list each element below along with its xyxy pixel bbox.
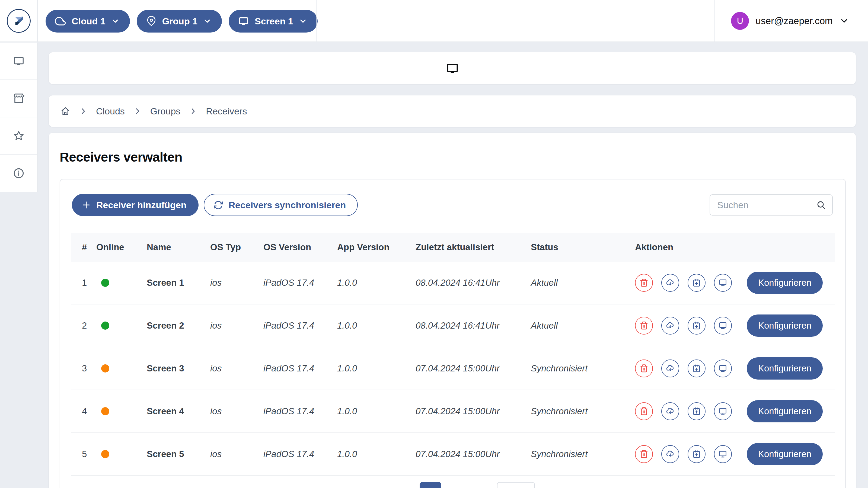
- chevron-right-icon: [79, 107, 87, 115]
- chevron-down-icon: [839, 16, 849, 26]
- monitor-icon: [446, 62, 459, 75]
- screen-view-button[interactable]: [714, 317, 732, 334]
- schedule-button[interactable]: [688, 445, 706, 463]
- cloud-download-button[interactable]: [661, 359, 679, 378]
- status-text: Aktuell: [531, 321, 616, 331]
- pagination-current-page[interactable]: [420, 482, 441, 488]
- chevron-down-icon: [111, 17, 120, 26]
- star-icon: [12, 130, 25, 142]
- app-version: 1.0.0: [337, 363, 415, 373]
- cloud-download-button[interactable]: [661, 274, 679, 292]
- calendar-plus-icon: [692, 278, 701, 287]
- user-email: user@zaeper.com: [755, 15, 833, 26]
- cloud-download-icon: [665, 321, 675, 330]
- header-updated: Zuletzt aktualisiert: [415, 242, 531, 252]
- sidebar-item-info[interactable]: [0, 155, 37, 192]
- table-row: 5 Screen 5 ios iPadOS 17.4 1.0.0 07.04.2…: [71, 433, 835, 476]
- home-icon[interactable]: [60, 106, 70, 116]
- pagination-next-button[interactable]: [497, 482, 535, 488]
- configure-button[interactable]: Konfigurieren: [747, 443, 823, 465]
- cloud-selector-label: Cloud 1: [72, 16, 105, 27]
- os-type: ios: [210, 321, 264, 331]
- sync-receivers-button[interactable]: Receivers synchronisieren: [204, 194, 358, 216]
- sync-icon: [214, 200, 223, 210]
- receiver-name: Screen 1: [147, 278, 210, 288]
- delete-button[interactable]: [635, 445, 653, 463]
- monitor-icon: [718, 407, 727, 416]
- search-icon: [816, 200, 826, 210]
- screen-preview-card[interactable]: [49, 52, 856, 84]
- cloud-download-icon: [665, 364, 675, 373]
- trash-icon: [639, 364, 649, 373]
- trash-icon: [639, 407, 649, 416]
- delete-button[interactable]: [635, 274, 653, 292]
- online-cell: [96, 279, 147, 287]
- sync-receivers-label: Receivers synchronisieren: [229, 200, 346, 210]
- app-version: 1.0.0: [337, 406, 415, 416]
- cloud-selector[interactable]: Cloud 1: [45, 10, 130, 33]
- user-menu[interactable]: U user@zaeper.com: [714, 0, 868, 41]
- delete-button[interactable]: [635, 317, 653, 334]
- table-header-row: # Online Name OS Typ OS Version App Vers…: [71, 233, 835, 262]
- trash-icon: [639, 278, 649, 287]
- schedule-button[interactable]: [688, 317, 706, 334]
- online-cell: [96, 364, 147, 372]
- screen-view-button[interactable]: [714, 445, 732, 463]
- screen-selector[interactable]: Screen 1: [229, 10, 318, 33]
- search-input[interactable]: [710, 194, 833, 216]
- calendar-plus-icon: [692, 450, 701, 459]
- delete-button[interactable]: [635, 402, 653, 420]
- cloud-download-icon: [665, 278, 675, 287]
- cloud-download-button[interactable]: [661, 445, 679, 463]
- sidebar-item-store[interactable]: [0, 80, 37, 118]
- os-version: iPadOS 17.4: [264, 406, 337, 416]
- cloud-download-button[interactable]: [661, 317, 679, 334]
- sidebar-item-screens[interactable]: [0, 42, 37, 80]
- store-icon: [12, 92, 25, 105]
- add-receiver-button[interactable]: Receiver hinzufügen: [72, 194, 198, 216]
- breadcrumb-receivers[interactable]: Receivers: [206, 106, 247, 117]
- calendar-plus-icon: [692, 364, 701, 373]
- screen-view-button[interactable]: [714, 359, 732, 378]
- app-logo[interactable]: [0, 0, 38, 41]
- configure-button[interactable]: Konfigurieren: [747, 400, 823, 422]
- zaeper-logo-icon: [7, 9, 31, 33]
- cloud-download-button[interactable]: [661, 402, 679, 420]
- configure-button[interactable]: Konfigurieren: [747, 272, 823, 294]
- table-row: 2 Screen 2 ios iPadOS 17.4 1.0.0 08.04.2…: [71, 304, 835, 347]
- online-cell: [96, 407, 147, 415]
- row-number: 3: [71, 363, 96, 373]
- chevron-right-icon: [189, 107, 197, 115]
- monitor-icon: [718, 278, 727, 287]
- configure-button[interactable]: Konfigurieren: [747, 357, 823, 380]
- sidebar-item-favorites[interactable]: [0, 118, 37, 155]
- screen-view-button[interactable]: [714, 402, 732, 420]
- breadcrumb-groups[interactable]: Groups: [150, 106, 181, 117]
- trash-icon: [639, 321, 649, 330]
- group-selector[interactable]: Group 1: [137, 10, 222, 33]
- chevron-down-icon: [299, 17, 307, 26]
- avatar: U: [731, 12, 749, 30]
- table-row: 4 Screen 4 ios iPadOS 17.4 1.0.0 07.04.2…: [71, 390, 835, 433]
- last-updated: 07.04.2024 15:00Uhr: [415, 363, 531, 373]
- trash-icon: [639, 450, 649, 459]
- search-box: [710, 194, 833, 216]
- schedule-button[interactable]: [688, 359, 706, 378]
- schedule-button[interactable]: [688, 402, 706, 420]
- add-receiver-label: Receiver hinzufügen: [96, 200, 187, 210]
- calendar-plus-icon: [692, 321, 701, 330]
- status-text: Aktuell: [531, 278, 616, 288]
- header-actions: Aktionen: [616, 242, 835, 252]
- header-os-type: OS Typ: [210, 242, 264, 252]
- table-row: 1 Screen 1 ios iPadOS 17.4 1.0.0 08.04.2…: [71, 262, 835, 304]
- screen-view-button[interactable]: [714, 274, 732, 292]
- cloud-download-icon: [665, 407, 675, 416]
- info-icon: [12, 167, 25, 180]
- chevron-right-icon: [133, 107, 142, 115]
- breadcrumb-clouds[interactable]: Clouds: [96, 106, 125, 117]
- app-version: 1.0.0: [337, 449, 415, 459]
- online-status-dot: [101, 450, 109, 458]
- configure-button[interactable]: Konfigurieren: [747, 315, 823, 337]
- delete-button[interactable]: [635, 359, 653, 378]
- schedule-button[interactable]: [688, 274, 706, 292]
